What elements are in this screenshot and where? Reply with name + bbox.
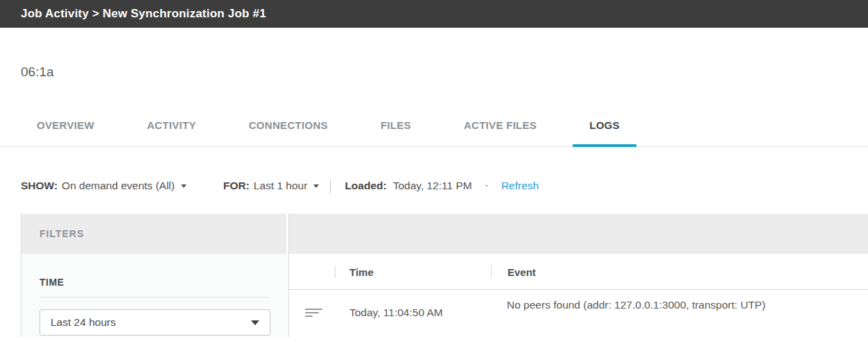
tab-overview[interactable]: OVERVIEW xyxy=(37,119,94,146)
caret-down-icon xyxy=(251,320,259,325)
loaded-timestamp: Today, 12:11 PM xyxy=(393,180,472,192)
filters-panel-header: FILTERS xyxy=(21,214,288,254)
job-id-label: 06:1a xyxy=(21,64,868,80)
tab-files[interactable]: FILES xyxy=(381,119,411,146)
show-label: SHOW: xyxy=(21,180,58,192)
refresh-link[interactable]: Refresh xyxy=(501,180,539,192)
for-label: FOR: xyxy=(223,180,250,192)
logs-content-area: FILTERS TIME Last 24 hours Time Event To… xyxy=(0,214,868,337)
tab-active-files[interactable]: ACTIVE FILES xyxy=(464,119,537,146)
tab-logs[interactable]: LOGS xyxy=(589,119,620,146)
log-filter-bar: SHOW: On demand events (All) FOR: Last 1… xyxy=(21,178,868,193)
log-event-icon xyxy=(305,309,322,317)
filters-panel-body: TIME Last 24 hours xyxy=(21,277,288,336)
tab-bar: OVERVIEW ACTIVITY CONNECTIONS FILES ACTI… xyxy=(0,119,868,147)
time-range-select[interactable]: Last 24 hours xyxy=(40,309,270,336)
breadcrumb[interactable]: Job Activity > New Synchronization Job #… xyxy=(21,7,266,21)
log-row-time: Today, 11:04:50 AM xyxy=(349,306,443,319)
column-divider xyxy=(335,266,336,278)
caret-down-icon xyxy=(313,184,319,188)
tab-activity[interactable]: ACTIVITY xyxy=(147,119,196,146)
caret-down-icon xyxy=(181,184,186,188)
filters-panel: FILTERS TIME Last 24 hours xyxy=(21,214,289,337)
show-filter-value: On demand events (All) xyxy=(62,180,175,192)
for-filter-value: Last 1 hour xyxy=(254,180,308,192)
log-row-event: No peers found (addr: 127.0.0.1:3000, tr… xyxy=(507,299,765,311)
table-row[interactable]: Today, 11:04:50 AM No peers found (addr:… xyxy=(289,290,868,337)
loaded-label: Loaded: xyxy=(345,180,386,192)
filters-title: FILTERS xyxy=(40,228,84,239)
show-filter-dropdown[interactable]: On demand events (All) xyxy=(58,180,186,192)
tab-connections[interactable]: CONNECTIONS xyxy=(249,119,328,146)
time-range-selected-value: Last 24 hours xyxy=(51,316,116,329)
column-header-time: Time xyxy=(349,266,374,277)
log-table-header-band xyxy=(289,214,868,254)
log-table-column-headers: Time Event xyxy=(289,254,868,290)
column-header-event: Event xyxy=(507,266,536,277)
column-divider xyxy=(491,266,492,278)
topbar: Job Activity > New Synchronization Job #… xyxy=(0,0,868,28)
for-filter-dropdown[interactable]: Last 1 hour xyxy=(250,180,320,192)
vertical-divider xyxy=(330,179,331,193)
dot-separator: · xyxy=(485,180,489,192)
time-filter-label: TIME xyxy=(40,277,270,288)
divider xyxy=(40,297,270,297)
log-table: Time Event Today, 11:04:50 AM No peers f… xyxy=(289,214,868,337)
